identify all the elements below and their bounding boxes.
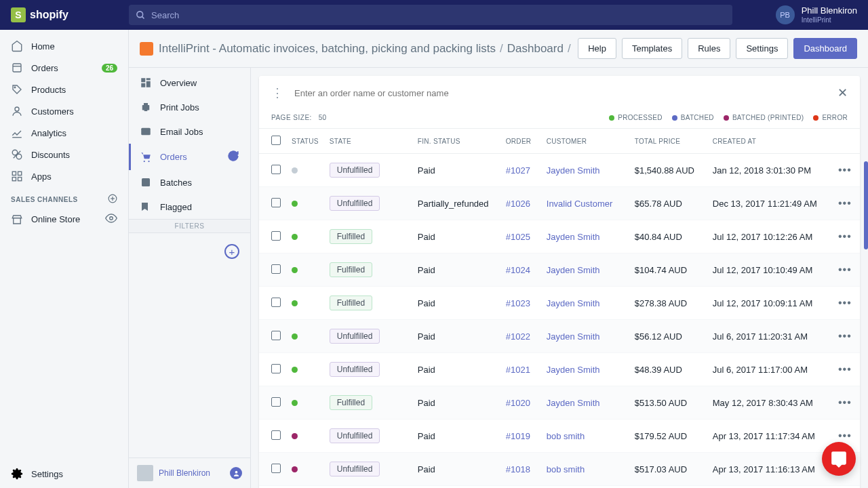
app-nav-email-jobs[interactable]: Email Jobs xyxy=(129,119,250,144)
row-checkbox[interactable] xyxy=(271,331,281,340)
footer-user-link[interactable]: Phill Blenkiron xyxy=(159,468,224,478)
status-dot xyxy=(292,234,298,240)
select-all-checkbox[interactable] xyxy=(271,136,281,145)
col-order[interactable]: ORDER xyxy=(500,129,541,154)
order-link[interactable]: #1022 xyxy=(506,331,530,342)
help-button[interactable]: Help xyxy=(578,38,616,59)
more-icon[interactable]: ⋮ xyxy=(271,85,283,100)
sidebar-settings[interactable]: Settings xyxy=(0,460,128,488)
order-link[interactable]: #1023 xyxy=(506,298,530,308)
chat-bubble[interactable] xyxy=(822,442,856,476)
account-icon[interactable] xyxy=(230,467,242,479)
order-link[interactable]: #1021 xyxy=(506,365,530,375)
customer-link[interactable]: Jayden Smith xyxy=(547,398,600,408)
filter-input[interactable] xyxy=(294,88,827,98)
order-link[interactable]: #1020 xyxy=(506,398,530,408)
col-status[interactable]: STATUS xyxy=(286,129,324,154)
table-row[interactable]: FulfilledPaid#1020Jayden Smith$513.50 AU… xyxy=(259,386,860,420)
table-row[interactable]: FulfilledPaid#1024Jayden Smith$104.74 AU… xyxy=(259,253,860,287)
page-size-value[interactable]: 50 xyxy=(319,114,326,121)
row-checkbox[interactable] xyxy=(271,298,281,307)
col-customer[interactable]: CUSTOMER xyxy=(541,129,629,154)
row-checkbox[interactable] xyxy=(271,264,281,274)
row-more-icon[interactable]: ••• xyxy=(838,297,852,308)
customer-link[interactable]: bob smith xyxy=(547,464,585,474)
sidebar-item-online-store[interactable]: Online Store xyxy=(0,207,128,231)
templates-button[interactable]: Templates xyxy=(622,38,682,59)
col-created[interactable]: CREATED AT xyxy=(707,129,833,154)
table-row[interactable]: FulfilledPaid#1025Jayden Smith$40.84 AUD… xyxy=(259,220,860,253)
sidebar-item-discounts[interactable]: Discounts xyxy=(0,144,128,165)
add-filter-button[interactable]: + xyxy=(224,244,239,259)
row-checkbox[interactable] xyxy=(271,364,281,373)
scrollbar[interactable] xyxy=(864,161,868,249)
nav-label: Products xyxy=(31,85,66,95)
app-nav-overview[interactable]: Overview xyxy=(129,70,250,95)
order-link[interactable]: #1027 xyxy=(506,165,530,176)
table-row[interactable]: UnfulfilledPaid#1027Jayden Smith$1,540.8… xyxy=(259,154,860,187)
order-link[interactable]: #1024 xyxy=(506,265,530,275)
user-area[interactable]: PB Phill Blenkiron IntelliPrint xyxy=(776,5,857,24)
order-link[interactable]: #1018 xyxy=(506,464,530,474)
table-row[interactable]: UnfulfilledPaid#1021Jayden Smith$48.39 A… xyxy=(259,353,860,386)
order-link[interactable]: #1026 xyxy=(506,199,530,209)
breadcrumb-app[interactable]: IntelliPrint - Automatic invoices, batch… xyxy=(159,42,496,56)
customer-link[interactable]: Jayden Smith xyxy=(547,331,600,342)
search-box[interactable] xyxy=(129,5,732,25)
row-checkbox[interactable] xyxy=(271,430,281,440)
app-nav-batches[interactable]: Batches xyxy=(129,170,250,195)
sidebar-item-analytics[interactable]: Analytics xyxy=(0,122,128,144)
row-checkbox[interactable] xyxy=(271,464,281,473)
app-nav-flagged[interactable]: Flagged xyxy=(129,195,250,219)
customer-link[interactable]: bob smith xyxy=(547,431,585,441)
table-row[interactable]: UnfulfilledPaid#1018bob smith$517.03 AUD… xyxy=(259,453,860,486)
customer-link[interactable]: Invalid Customer xyxy=(547,199,613,209)
app-nav-orders[interactable]: Orders xyxy=(129,144,250,170)
row-checkbox[interactable] xyxy=(271,165,281,174)
add-channel-icon[interactable] xyxy=(108,194,117,205)
breadcrumb-dashboard[interactable]: Dashboard xyxy=(507,42,564,56)
eye-icon[interactable] xyxy=(105,212,117,226)
row-more-icon[interactable]: ••• xyxy=(838,396,852,408)
row-more-icon[interactable]: ••• xyxy=(838,430,852,441)
dashboard-button[interactable]: Dashboard xyxy=(793,38,857,59)
col-state[interactable]: STATE xyxy=(324,129,412,154)
customer-link[interactable]: Jayden Smith xyxy=(547,298,600,308)
close-icon[interactable]: ✕ xyxy=(837,85,848,100)
order-link[interactable]: #1025 xyxy=(506,232,530,242)
row-more-icon[interactable]: ••• xyxy=(838,164,852,176)
sidebar-item-apps[interactable]: Apps xyxy=(0,165,128,187)
sidebar-item-home[interactable]: Home xyxy=(0,35,128,57)
app-nav-print-jobs[interactable]: Print Jobs xyxy=(129,95,250,119)
col-total[interactable]: TOTAL PRICE xyxy=(629,129,707,154)
customer-link[interactable]: Jayden Smith xyxy=(547,165,600,176)
state-pill: Fulfilled xyxy=(330,229,372,244)
row-checkbox[interactable] xyxy=(271,231,281,241)
table-row[interactable]: UnfulfilledPartially_refunded#1026Invali… xyxy=(259,187,860,220)
search-input[interactable] xyxy=(151,10,726,20)
row-more-icon[interactable]: ••• xyxy=(838,330,852,342)
sidebar-item-products[interactable]: Products xyxy=(0,79,128,100)
table-row[interactable]: UnfulfilledPaid#1017bob smith$280.21 AUD… xyxy=(259,486,860,489)
row-more-icon[interactable]: ••• xyxy=(838,264,852,275)
customer-link[interactable]: Jayden Smith xyxy=(547,232,600,242)
customer-link[interactable]: Jayden Smith xyxy=(547,365,600,375)
table-row[interactable]: FulfilledPaid#1023Jayden Smith$278.38 AU… xyxy=(259,287,860,320)
sidebar-item-orders[interactable]: Orders26 xyxy=(0,57,128,79)
customer-link[interactable]: Jayden Smith xyxy=(547,265,600,275)
user-sub: IntelliPrint xyxy=(802,16,857,24)
sidebar-item-customers[interactable]: Customers xyxy=(0,100,128,122)
row-checkbox[interactable] xyxy=(271,198,281,207)
table-row[interactable]: UnfulfilledPaid#1022Jayden Smith$56.12 A… xyxy=(259,320,860,353)
row-more-icon[interactable]: ••• xyxy=(838,197,852,209)
row-checkbox[interactable] xyxy=(271,397,281,407)
order-link[interactable]: #1019 xyxy=(506,431,530,441)
rules-button[interactable]: Rules xyxy=(688,38,730,59)
shopify-logo[interactable]: shopify xyxy=(11,7,129,22)
refresh-icon[interactable] xyxy=(227,150,239,164)
row-more-icon[interactable]: ••• xyxy=(838,363,852,375)
settings-button[interactable]: Settings xyxy=(736,38,788,59)
row-more-icon[interactable]: ••• xyxy=(838,230,852,242)
table-row[interactable]: UnfulfilledPaid#1019bob smith$179.52 AUD… xyxy=(259,420,860,453)
col-fin[interactable]: FIN. STATUS xyxy=(412,129,500,154)
